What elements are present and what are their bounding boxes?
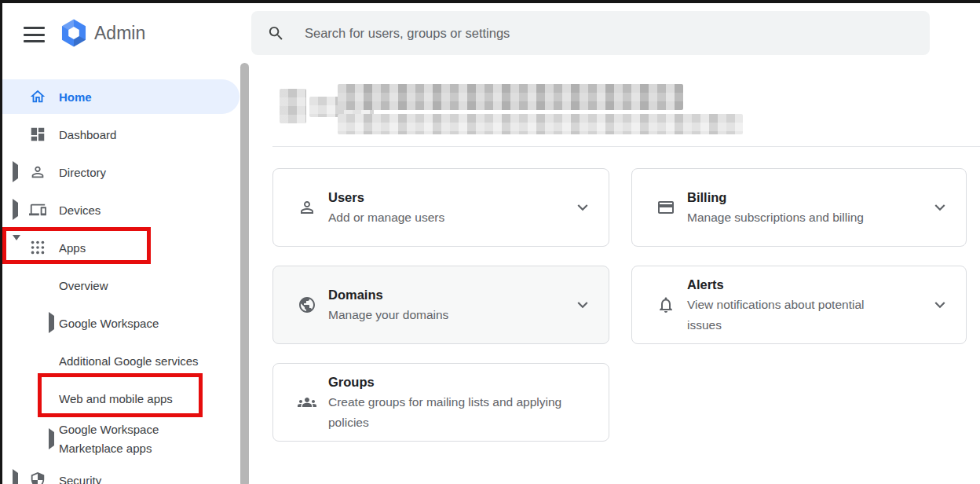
hamburger-menu-icon[interactable]	[24, 27, 45, 42]
sidebar-item-dashboard[interactable]: Dashboard	[2, 116, 249, 153]
sidebar-item-label: Web and mobile apps	[59, 392, 173, 405]
sidebar-item-overview[interactable]: Overview	[2, 266, 249, 304]
sidebar-item-label: Devices	[59, 204, 101, 217]
redacted-heading-line	[338, 84, 683, 110]
redacted-avatar	[280, 89, 306, 123]
search-bar[interactable]	[251, 11, 930, 55]
devices-icon	[29, 201, 46, 218]
screenshot-top-border	[0, 0, 980, 3]
redacted-subheading-line	[338, 114, 743, 134]
google-admin-logo-icon	[59, 18, 89, 48]
card-title: Domains	[328, 285, 448, 305]
person-icon	[298, 198, 316, 217]
alerts-card[interactable]: Alerts View notifications about potentia…	[631, 266, 967, 344]
sidebar-item-google-workspace[interactable]: Google Workspace	[2, 304, 249, 342]
expand-arrow-icon[interactable]	[49, 432, 54, 446]
sidebar-item-label: Overview	[59, 279, 108, 292]
sidebar-item-label: Additional Google services	[59, 354, 199, 368]
main-content: Users Add or manage users Billing Manage…	[251, 67, 980, 484]
section-divider	[272, 146, 980, 147]
quick-access-cards: Users Add or manage users Billing Manage…	[272, 168, 967, 442]
chevron-down-icon[interactable]	[930, 197, 950, 218]
groups-card[interactable]: Groups Create groups for mailing lists a…	[272, 363, 609, 442]
sidebar-item-web-and-mobile-apps[interactable]: Web and mobile apps	[2, 380, 249, 417]
credit-card-icon	[656, 198, 675, 217]
apps-grid-icon	[29, 239, 46, 256]
sidebar-item-security[interactable]: Security	[2, 461, 249, 484]
card-title: Users	[328, 188, 444, 207]
dashboard-icon	[29, 126, 46, 143]
groups-icon	[298, 393, 316, 412]
collapse-arrow-icon[interactable]	[13, 240, 20, 255]
expand-arrow-icon[interactable]	[13, 203, 18, 217]
shield-icon	[29, 471, 46, 484]
chevron-down-icon[interactable]	[572, 295, 593, 315]
card-description: Add or manage users	[328, 207, 444, 228]
domains-card[interactable]: Domains Manage your domains	[272, 266, 609, 344]
chevron-down-icon[interactable]	[572, 197, 593, 218]
card-title: Billing	[687, 188, 864, 207]
person-icon	[29, 163, 46, 181]
card-title: Groups	[328, 372, 587, 392]
search-input[interactable]	[305, 26, 914, 41]
chevron-down-icon[interactable]	[930, 295, 950, 315]
card-description: Manage subscriptions and billing	[687, 207, 864, 228]
users-card[interactable]: Users Add or manage users	[272, 168, 609, 247]
sidebar-nav: Home Dashboard Directory Devices Apps	[2, 67, 249, 484]
sidebar-item-label: Apps	[59, 241, 86, 255]
globe-icon	[298, 295, 316, 314]
card-description: Manage your domains	[328, 305, 448, 325]
screenshot-left-border	[0, 0, 2, 484]
home-icon	[29, 88, 46, 105]
expand-arrow-icon[interactable]	[13, 473, 18, 484]
bell-icon	[656, 295, 675, 314]
sidebar-scrollbar[interactable]	[240, 63, 249, 484]
sidebar-item-devices[interactable]: Devices	[2, 191, 249, 229]
sidebar-item-label: Google Workspace	[59, 317, 159, 330]
sidebar-item-marketplace-apps[interactable]: Google Workspace Marketplace apps	[2, 417, 249, 461]
expand-arrow-icon[interactable]	[13, 165, 18, 179]
sidebar-item-label: Dashboard	[59, 128, 116, 141]
card-description: Create groups for mailing lists and appl…	[328, 392, 587, 433]
billing-card[interactable]: Billing Manage subscriptions and billing	[631, 168, 967, 247]
expand-arrow-icon[interactable]	[49, 316, 54, 330]
sidebar-item-label: Google Workspace Marketplace apps	[59, 420, 178, 458]
sidebar-item-apps[interactable]: Apps	[2, 229, 249, 266]
sidebar-item-directory[interactable]: Directory	[2, 153, 249, 191]
search-icon	[267, 24, 285, 42]
top-app-bar: Admin	[2, 3, 980, 67]
card-title: Alerts	[687, 275, 893, 295]
sidebar-item-label: Directory	[59, 166, 106, 179]
card-description: View notifications about potential issue…	[687, 295, 893, 336]
app-title: Admin	[94, 23, 145, 44]
sidebar-item-label: Security	[59, 474, 101, 484]
sidebar-item-label: Home	[59, 90, 92, 104]
sidebar-item-home[interactable]: Home	[2, 78, 249, 116]
sidebar-item-additional-google-services[interactable]: Additional Google services	[2, 342, 249, 380]
